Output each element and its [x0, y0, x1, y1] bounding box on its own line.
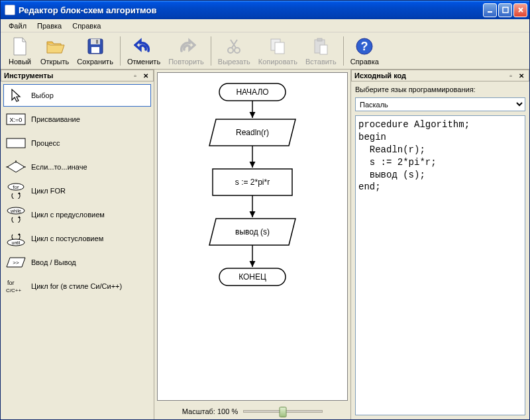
io-icon: >>	[6, 255, 26, 270]
for-icon: for	[6, 184, 26, 198]
source-panel: Исходный код ▫ ✕ Выберите язык программи…	[350, 70, 529, 419]
lang-select[interactable]: Паскаль	[355, 97, 525, 111]
save-button[interactable]: Сохранить	[73, 34, 117, 67]
svg-text:?: ?	[361, 40, 368, 53]
cfor-icon: forC/C++	[6, 279, 26, 293]
svg-rect-4	[91, 47, 99, 53]
menu-file[interactable]: Файл	[3, 21, 32, 31]
scissors-icon	[223, 36, 244, 57]
svg-text:НАЧАЛО: НАЧАЛО	[236, 87, 268, 97]
toolbar-separator	[120, 36, 121, 66]
panel-pin-icon[interactable]: ▫	[506, 71, 515, 80]
paste-icon	[310, 36, 331, 57]
svg-text:C/C++: C/C++	[6, 288, 21, 293]
window-title: Редактор блок-схем алгоритмов	[19, 5, 483, 15]
tool-cfor[interactable]: forC/C++ Цикл for (в стиле Си/Си++)	[3, 275, 151, 297]
app-icon	[5, 5, 15, 15]
tool-process[interactable]: Процесс	[3, 132, 151, 154]
lang-label: Выберите язык программирования:	[355, 85, 525, 93]
code-output[interactable]: procedure Algorithm; begin Readln(r); s …	[355, 115, 525, 415]
copy-button[interactable]: Копировать	[254, 34, 301, 67]
undo-button[interactable]: Отменить	[123, 34, 164, 67]
help-button[interactable]: ? Справка	[346, 34, 383, 67]
minimize-button[interactable]	[483, 3, 497, 17]
copy-icon	[267, 36, 288, 57]
undo-icon	[133, 36, 154, 57]
flowchart-canvas[interactable]: НАЧАЛО Readln(r) s := 2*pi*r вывод (s)	[157, 72, 348, 401]
source-panel-header: Исходный код ▫ ✕	[351, 70, 529, 81]
redo-icon	[176, 36, 197, 57]
tool-assign[interactable]: X:=0 Присваивание	[3, 108, 151, 131]
flowchart-svg: НАЧАЛО Readln(r) s := 2*pi*r вывод (s)	[186, 78, 319, 383]
cut-button[interactable]: Вырезать	[214, 34, 254, 67]
menu-edit[interactable]: Правка	[32, 21, 67, 31]
svg-text:while: while	[10, 209, 21, 213]
open-button[interactable]: Открыть	[36, 34, 73, 67]
zoom-thumb[interactable]	[280, 407, 287, 417]
svg-rect-1	[503, 7, 508, 13]
while-icon: while	[6, 207, 26, 222]
paste-button[interactable]: Вставить	[301, 34, 341, 67]
app-window: Редактор блок-схем алгоритмов Файл Правк…	[0, 0, 530, 420]
svg-text:s := 2*pi*r: s := 2*pi*r	[235, 178, 270, 187]
svg-rect-11	[317, 38, 322, 41]
panel-close-icon[interactable]: ✕	[517, 71, 526, 80]
toolbar-separator	[211, 36, 211, 66]
cursor-icon	[6, 88, 26, 103]
toolbar-separator	[343, 36, 344, 66]
canvas-panel: НАЧАЛО Readln(r) s := 2*pi*r вывод (s)	[154, 70, 350, 419]
svg-text:for: for	[7, 280, 15, 286]
panel-close-icon[interactable]: ✕	[141, 71, 150, 80]
svg-rect-17	[7, 138, 25, 148]
svg-text:X:=0: X:=0	[10, 117, 23, 123]
menubar: Файл Правка Справка	[1, 19, 529, 32]
svg-rect-5	[96, 40, 98, 44]
tool-until[interactable]: until Цикл с постусловием	[3, 227, 151, 250]
diamond-icon	[6, 160, 26, 174]
zoom-slider[interactable]	[243, 410, 323, 413]
svg-text:>>: >>	[13, 260, 19, 266]
zoom-label: Масштаб: 100 %	[182, 407, 238, 415]
until-icon: until	[6, 231, 26, 246]
tool-for[interactable]: for Цикл FOR	[3, 180, 151, 202]
new-button[interactable]: Новый	[3, 34, 36, 67]
tool-list: Выбор X:=0 Присваивание Процесс Если...т…	[1, 81, 154, 419]
titlebar: Редактор блок-схем алгоритмов	[1, 1, 529, 19]
svg-text:КОНЕЦ: КОНЕЦ	[238, 272, 266, 282]
svg-text:for: for	[13, 184, 19, 190]
svg-text:until: until	[12, 240, 21, 245]
assign-icon: X:=0	[6, 112, 26, 127]
toolbar: Новый Открыть Сохранить Отменить Повтори…	[1, 32, 529, 70]
tool-select[interactable]: Выбор	[3, 84, 151, 107]
tool-ifelse[interactable]: Если...то...иначе	[3, 156, 151, 178]
help-icon: ?	[354, 36, 375, 57]
zoom-bar: Масштаб: 100 %	[154, 403, 350, 419]
menu-help[interactable]: Справка	[67, 21, 106, 31]
svg-point-7	[235, 48, 240, 53]
redo-button[interactable]: Повторить	[164, 34, 208, 67]
svg-text:Readln(r): Readln(r)	[236, 128, 269, 137]
svg-rect-12	[320, 45, 327, 54]
svg-point-6	[228, 48, 233, 53]
tools-panel-header: Инструменты ▫ ✕	[1, 70, 154, 81]
svg-text:вывод (s): вывод (s)	[235, 227, 270, 236]
panel-pin-icon[interactable]: ▫	[131, 71, 140, 80]
tools-panel: Инструменты ▫ ✕ Выбор X:=0 Присваивание …	[1, 70, 154, 419]
new-file-icon	[9, 36, 30, 57]
open-folder-icon	[44, 36, 66, 57]
svg-rect-3	[91, 39, 100, 44]
maximize-button[interactable]	[498, 3, 512, 17]
tool-io[interactable]: >> Ввод / Вывод	[3, 251, 151, 274]
close-button[interactable]	[513, 3, 527, 17]
svg-rect-0	[488, 11, 492, 13]
save-disk-icon	[85, 36, 106, 57]
svg-rect-9	[275, 42, 284, 54]
tool-while[interactable]: while Цикл с предусловием	[3, 203, 151, 226]
process-icon	[6, 136, 26, 150]
